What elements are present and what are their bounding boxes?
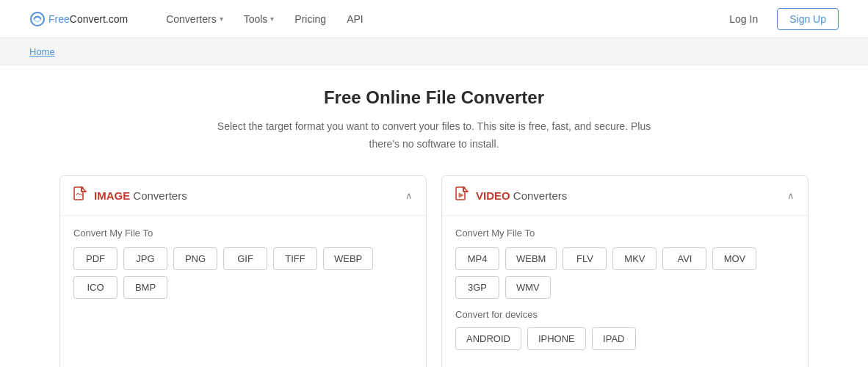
logo-domain: .com bbox=[106, 13, 128, 25]
video-card-header-left: VIDEO Converters bbox=[455, 186, 567, 205]
nav-tools[interactable]: Tools ▾ bbox=[235, 9, 283, 29]
video-devices-grid: ANDROID IPHONE IPAD bbox=[455, 327, 795, 350]
cards-grid: IMAGE Converters ∧ Convert My File To PD… bbox=[59, 175, 809, 367]
header: FreeConvert.com Converters ▾ Tools ▾ Pri… bbox=[0, 0, 868, 38]
page-title: Free Online File Converter bbox=[59, 87, 809, 108]
logo-text: FreeConvert.com bbox=[48, 13, 128, 25]
video-file-icon bbox=[455, 186, 469, 205]
video-type-label: VIDEO Converters bbox=[476, 189, 567, 202]
format-gif[interactable]: GIF bbox=[223, 247, 267, 270]
svg-marker-7 bbox=[459, 193, 463, 197]
logo-icon bbox=[29, 11, 46, 27]
video-section-label: Convert My File To bbox=[455, 228, 795, 239]
device-ipad[interactable]: IPAD bbox=[592, 327, 636, 350]
format-jpg[interactable]: JPG bbox=[123, 247, 167, 270]
signup-button[interactable]: Sign Up bbox=[777, 8, 839, 30]
nav-pricing[interactable]: Pricing bbox=[286, 9, 335, 29]
header-actions: Log In Sign Up bbox=[719, 8, 839, 30]
video-card-header: VIDEO Converters ∧ bbox=[442, 176, 808, 216]
format-pdf[interactable]: PDF bbox=[73, 247, 117, 270]
logo-convert: Convert bbox=[70, 13, 106, 25]
login-button[interactable]: Log In bbox=[719, 9, 768, 29]
image-file-icon bbox=[73, 186, 87, 205]
nav-converters[interactable]: Converters ▾ bbox=[157, 9, 231, 29]
image-card-body: Convert My File To PDF JPG PNG GIF TIFF … bbox=[60, 216, 426, 321]
format-avi[interactable]: AVI bbox=[662, 247, 706, 270]
format-mov[interactable]: MOV bbox=[712, 247, 756, 270]
device-iphone[interactable]: IPHONE bbox=[527, 327, 586, 350]
page-subtitle: Select the target format you want to con… bbox=[59, 118, 809, 153]
image-card-header-left: IMAGE Converters bbox=[73, 186, 187, 205]
chevron-down-icon: ▾ bbox=[270, 15, 274, 23]
video-devices-label: Convert for devices bbox=[455, 309, 795, 320]
format-png[interactable]: PNG bbox=[173, 247, 217, 270]
format-3gp[interactable]: 3GP bbox=[455, 276, 499, 299]
format-mkv[interactable]: MKV bbox=[612, 247, 657, 270]
image-card-header: IMAGE Converters ∧ bbox=[60, 176, 426, 216]
format-mp4[interactable]: MP4 bbox=[455, 247, 499, 270]
breadcrumb-home[interactable]: Home bbox=[29, 46, 55, 57]
svg-point-0 bbox=[31, 12, 44, 26]
format-webm[interactable]: WEBM bbox=[505, 247, 557, 270]
image-converters-card: IMAGE Converters ∧ Convert My File To PD… bbox=[59, 175, 427, 367]
logo[interactable]: FreeConvert.com bbox=[29, 11, 128, 27]
nav-api[interactable]: API bbox=[338, 9, 372, 29]
image-type-label: IMAGE Converters bbox=[94, 189, 187, 202]
logo-free: Free bbox=[48, 13, 70, 25]
format-ico[interactable]: ICO bbox=[73, 276, 117, 299]
format-tiff[interactable]: TIFF bbox=[273, 247, 317, 270]
image-format-grid: PDF JPG PNG GIF TIFF WEBP ICO BMP bbox=[73, 247, 413, 299]
video-converters-card: VIDEO Converters ∧ Convert My File To MP… bbox=[441, 175, 809, 367]
video-format-grid: MP4 WEBM FLV MKV AVI MOV 3GP WMV bbox=[455, 247, 795, 299]
format-wmv[interactable]: WMV bbox=[505, 276, 551, 299]
image-section-label: Convert My File To bbox=[73, 228, 413, 239]
format-webp[interactable]: WEBP bbox=[323, 247, 373, 270]
breadcrumb-bar: Home bbox=[0, 38, 868, 65]
format-bmp[interactable]: BMP bbox=[123, 276, 167, 299]
format-flv[interactable]: FLV bbox=[563, 247, 607, 270]
video-card-body: Convert My File To MP4 WEBM FLV MKV AVI … bbox=[442, 216, 808, 367]
main-content: Free Online File Converter Select the ta… bbox=[30, 65, 838, 367]
main-nav: Converters ▾ Tools ▾ Pricing API bbox=[157, 9, 719, 29]
image-card-chevron-up-icon[interactable]: ∧ bbox=[405, 190, 413, 201]
chevron-down-icon: ▾ bbox=[220, 15, 223, 23]
video-card-chevron-up-icon[interactable]: ∧ bbox=[787, 190, 795, 201]
device-android[interactable]: ANDROID bbox=[455, 327, 521, 350]
